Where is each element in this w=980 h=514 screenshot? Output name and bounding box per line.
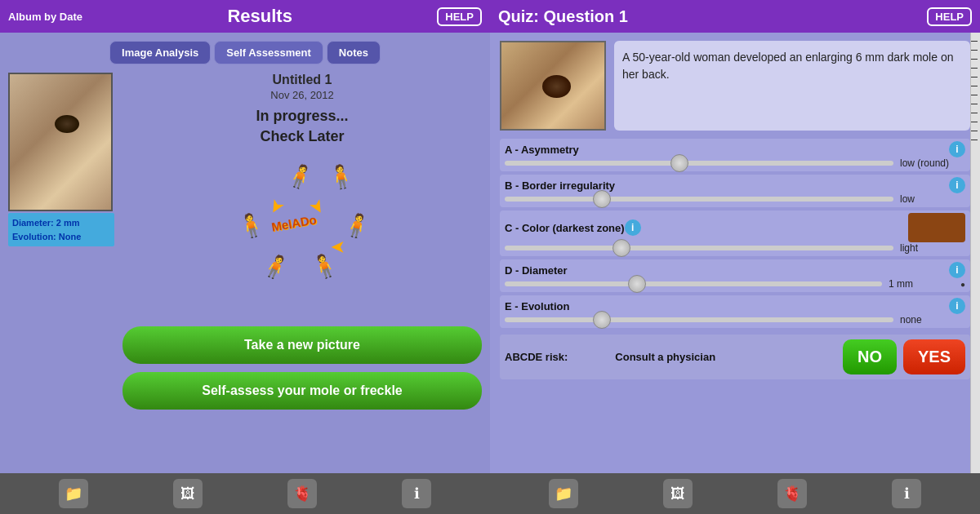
right-panel: Quiz: Question 1 HELP A 50-year-old woma… <box>490 0 980 514</box>
mole-date: Nov 26, 2012 <box>270 89 333 101</box>
diameter-criterion-label: D - Diameter <box>505 264 568 277</box>
mole-name: Untitled 1 <box>273 73 332 87</box>
asymmetry-label: A - Asymmetry <box>505 144 579 156</box>
diameter-slider-thumb[interactable] <box>628 275 646 293</box>
ruler-tick-8 <box>971 104 978 104</box>
border-value: low <box>900 193 965 205</box>
color-info-icon[interactable]: i <box>625 219 641 236</box>
evolution-value: none <box>900 314 965 326</box>
quiz-top: A 50-year-old woman developed an enlargi… <box>500 41 970 131</box>
criterion-diameter-header: D - Diameter i <box>505 262 965 278</box>
diameter-info-icon[interactable]: i <box>949 262 965 278</box>
color-value: light <box>900 242 965 254</box>
criterion-color-header: C - Color (darkest zone) i <box>505 213 965 242</box>
color-slider-track[interactable] <box>505 246 893 250</box>
right-content: A 50-year-old woman developed an enlargi… <box>490 33 980 473</box>
ruler-tick-5 <box>971 77 978 78</box>
criterion-asymmetry-header: A - Asymmetry i <box>505 141 965 157</box>
criterion-color: C - Color (darkest zone) i light <box>500 210 970 256</box>
quiz-title: Quiz: Question 1 <box>498 7 628 26</box>
tab-self-assessment[interactable]: Self Assessment <box>214 41 323 64</box>
asymmetry-info-icon[interactable]: i <box>949 141 965 157</box>
figure-bottom-left: 🧍 <box>257 249 295 286</box>
right-footer-icon-photo[interactable]: 🖼 <box>663 479 693 508</box>
criterion-asymmetry: A - Asymmetry i low (round) <box>500 139 970 171</box>
mascot-area: 🧍 🧍 🧍 🧍 🧍 🧍 ➤ ➤ ➤ MelADo <box>220 155 384 318</box>
left-help-button[interactable]: HELP <box>437 7 482 26</box>
mole-info: Diameter: 2 mm Evolution: None <box>8 213 114 246</box>
color-label: C - Color (darkest zone) <box>505 222 625 234</box>
ruler-tick-1 <box>971 41 978 42</box>
left-content: Image Analysis Self Assessment Notes Dia… <box>0 33 490 473</box>
figure-right-top: 🧍 <box>324 162 357 193</box>
mole-image-box: Diameter: 2 mm Evolution: None <box>8 73 114 465</box>
right-footer-icon-body[interactable]: 🫀 <box>777 479 807 508</box>
diameter-label: Diameter: 2 mm <box>12 216 110 230</box>
tab-notes[interactable]: Notes <box>327 41 381 64</box>
evolution-label: Evolution: None <box>12 230 110 244</box>
right-footer-icon-folder[interactable]: 📁 <box>549 479 578 508</box>
asymmetry-value: low (round) <box>900 157 965 169</box>
mole-image <box>8 73 113 211</box>
ruler-tick-12 <box>971 140 978 140</box>
self-assess-button[interactable]: Self-assess your mole or freckle <box>122 372 482 410</box>
diameter-slider-track[interactable] <box>505 281 882 286</box>
diameter-dot: ● <box>960 280 965 289</box>
no-button[interactable]: NO <box>843 339 897 374</box>
evolution-info-icon[interactable]: i <box>949 298 965 314</box>
yes-button[interactable]: YES <box>903 339 965 374</box>
figure-left: 🧍 <box>234 209 268 242</box>
diameter-slider-row: 1 mm ● <box>505 278 965 290</box>
footer-icon-info[interactable]: ℹ <box>402 479 431 508</box>
criteria-section: A - Asymmetry i low (round) B - Border i… <box>500 139 970 465</box>
right-help-button[interactable]: HELP <box>927 7 972 26</box>
border-label: B - Border irregularity <box>505 179 615 192</box>
left-header: Album by Date Results HELP <box>0 0 490 33</box>
bottom-buttons: Take a new picture Self-assess your mole… <box>122 318 482 414</box>
criterion-border: B - Border irregularity i low <box>500 175 970 207</box>
mole-spot <box>55 115 79 133</box>
criterion-evolution-header: E - Evolution i <box>505 298 965 314</box>
criterion-diameter: D - Diameter i 1 mm ● <box>500 259 970 292</box>
color-slider-thumb[interactable] <box>612 239 630 257</box>
tab-image-analysis[interactable]: Image Analysis <box>109 41 211 64</box>
mole-status: In progress...Check Later <box>256 106 348 147</box>
evolution-slider-thumb[interactable] <box>593 311 611 329</box>
color-slider-row: light <box>505 242 965 254</box>
left-footer: 📁 🖼 🫀 ℹ <box>0 473 490 514</box>
footer-icon-photo[interactable]: 🖼 <box>173 479 203 508</box>
ruler-tick-10 <box>971 122 978 122</box>
footer-icon-folder[interactable]: 📁 <box>59 479 88 508</box>
footer-icon-body[interactable]: 🫀 <box>287 479 317 508</box>
mascot-text: MelADo <box>270 213 318 234</box>
quiz-image <box>500 41 606 131</box>
asymmetry-slider-track[interactable] <box>505 161 893 166</box>
figure-top: 🧍 <box>282 159 318 194</box>
border-slider-track[interactable] <box>505 197 893 202</box>
diameter-value: 1 mm <box>889 278 954 290</box>
ruler-tick-6 <box>971 86 978 86</box>
ruler-tick-11 <box>971 131 978 131</box>
arrow-1: ➤ <box>264 195 290 219</box>
evolution-slider-track[interactable] <box>505 317 893 322</box>
abcde-risk-label: ABCDE risk: <box>505 351 615 363</box>
quiz-description: A 50-year-old woman developed an enlargi… <box>614 41 970 131</box>
color-swatch <box>908 213 965 242</box>
evolution-criterion-label: E - Evolution <box>505 300 569 312</box>
asymmetry-slider-thumb[interactable] <box>670 154 688 172</box>
ruler-tick-3 <box>971 59 978 60</box>
ruler-tick-2 <box>971 50 978 51</box>
ruler-sidebar <box>970 33 980 473</box>
abcde-row: ABCDE risk: Consult a physician NO YES <box>500 335 970 379</box>
take-picture-button[interactable]: Take a new picture <box>122 326 482 364</box>
criterion-evolution: E - Evolution i none <box>500 295 970 328</box>
border-slider-thumb[interactable] <box>593 190 611 208</box>
border-info-icon[interactable]: i <box>949 177 965 193</box>
ruler-tick-9 <box>971 113 978 113</box>
abcde-risk-value: Consult a physician <box>615 351 836 363</box>
criterion-border-header: B - Border irregularity i <box>505 177 965 193</box>
right-footer: 📁 🖼 🫀 ℹ <box>490 473 980 514</box>
right-footer-icon-info[interactable]: ℹ <box>892 479 921 508</box>
tab-bar: Image Analysis Self Assessment Notes <box>8 41 482 64</box>
asymmetry-slider-row: low (round) <box>505 157 965 169</box>
